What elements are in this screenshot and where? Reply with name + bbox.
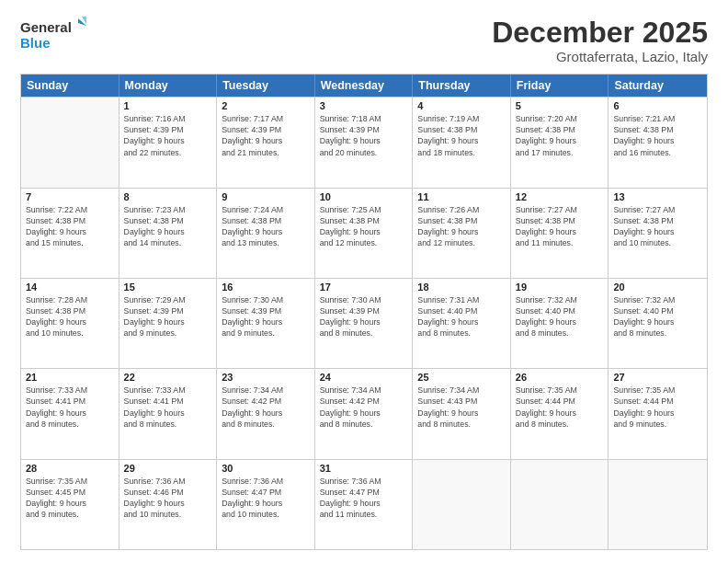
calendar-header-row: SundayMondayTuesdayWednesdayThursdayFrid… bbox=[21, 75, 707, 97]
calendar-week-5: 28Sunrise: 7:35 AMSunset: 4:45 PMDayligh… bbox=[21, 459, 707, 549]
day-number: 7 bbox=[26, 191, 114, 202]
day-info: Sunrise: 7:30 AMSunset: 4:39 PMDaylight:… bbox=[320, 294, 408, 339]
header-day-wednesday: Wednesday bbox=[315, 75, 414, 97]
day-6: 6Sunrise: 7:21 AMSunset: 4:38 PMDaylight… bbox=[609, 98, 707, 187]
day-info: Sunrise: 7:22 AMSunset: 4:38 PMDaylight:… bbox=[26, 204, 114, 249]
day-number: 6 bbox=[613, 100, 702, 111]
header: General Blue December 2025 Grottaferrata… bbox=[20, 17, 708, 64]
day-number: 10 bbox=[320, 191, 408, 202]
day-1: 1Sunrise: 7:16 AMSunset: 4:39 PMDaylight… bbox=[119, 98, 218, 187]
day-info: Sunrise: 7:33 AMSunset: 4:41 PMDaylight:… bbox=[26, 385, 114, 430]
day-13: 13Sunrise: 7:27 AMSunset: 4:38 PMDayligh… bbox=[609, 189, 707, 278]
day-info: Sunrise: 7:16 AMSunset: 4:39 PMDaylight:… bbox=[124, 113, 212, 158]
month-title: December 2025 bbox=[492, 17, 708, 49]
day-info: Sunrise: 7:35 AMSunset: 4:45 PMDaylight:… bbox=[26, 476, 114, 521]
day-number: 2 bbox=[222, 100, 310, 111]
day-11: 11Sunrise: 7:26 AMSunset: 4:38 PMDayligh… bbox=[413, 189, 511, 278]
day-info: Sunrise: 7:31 AMSunset: 4:40 PMDaylight:… bbox=[417, 294, 506, 339]
day-number: 14 bbox=[26, 282, 114, 293]
day-19: 19Sunrise: 7:32 AMSunset: 4:40 PMDayligh… bbox=[511, 279, 609, 368]
day-30: 30Sunrise: 7:36 AMSunset: 4:47 PMDayligh… bbox=[217, 460, 315, 549]
header-day-saturday: Saturday bbox=[609, 75, 707, 97]
day-10: 10Sunrise: 7:25 AMSunset: 4:38 PMDayligh… bbox=[315, 189, 414, 278]
day-25: 25Sunrise: 7:34 AMSunset: 4:43 PMDayligh… bbox=[413, 369, 511, 458]
day-4: 4Sunrise: 7:19 AMSunset: 4:38 PMDaylight… bbox=[413, 98, 511, 187]
header-day-sunday: Sunday bbox=[21, 75, 119, 97]
calendar-week-2: 7Sunrise: 7:22 AMSunset: 4:38 PMDaylight… bbox=[21, 188, 707, 278]
day-number: 11 bbox=[417, 191, 506, 202]
day-3: 3Sunrise: 7:18 AMSunset: 4:39 PMDaylight… bbox=[315, 98, 414, 187]
day-number: 24 bbox=[320, 372, 408, 383]
day-number: 12 bbox=[516, 191, 604, 202]
day-17: 17Sunrise: 7:30 AMSunset: 4:39 PMDayligh… bbox=[315, 279, 414, 368]
day-number: 21 bbox=[26, 372, 114, 383]
day-number: 23 bbox=[222, 372, 310, 383]
day-info: Sunrise: 7:17 AMSunset: 4:39 PMDaylight:… bbox=[222, 113, 310, 158]
day-2: 2Sunrise: 7:17 AMSunset: 4:39 PMDaylight… bbox=[217, 98, 315, 187]
day-16: 16Sunrise: 7:30 AMSunset: 4:39 PMDayligh… bbox=[217, 279, 315, 368]
day-23: 23Sunrise: 7:34 AMSunset: 4:42 PMDayligh… bbox=[217, 369, 315, 458]
day-number: 30 bbox=[222, 463, 310, 474]
day-info: Sunrise: 7:32 AMSunset: 4:40 PMDaylight:… bbox=[613, 294, 702, 339]
day-info: Sunrise: 7:27 AMSunset: 4:38 PMDaylight:… bbox=[516, 204, 604, 249]
day-29: 29Sunrise: 7:36 AMSunset: 4:46 PMDayligh… bbox=[119, 460, 218, 549]
day-number: 25 bbox=[417, 372, 506, 383]
day-number: 17 bbox=[320, 282, 408, 293]
day-info: Sunrise: 7:28 AMSunset: 4:38 PMDaylight:… bbox=[26, 294, 114, 339]
empty-cell-4-6 bbox=[609, 460, 707, 549]
day-info: Sunrise: 7:35 AMSunset: 4:44 PMDaylight:… bbox=[516, 385, 604, 430]
day-15: 15Sunrise: 7:29 AMSunset: 4:39 PMDayligh… bbox=[119, 279, 218, 368]
page: General Blue December 2025 Grottaferrata… bbox=[0, 0, 728, 563]
location: Grottaferrata, Lazio, Italy bbox=[492, 49, 708, 64]
title-block: December 2025 Grottaferrata, Lazio, Ital… bbox=[492, 17, 708, 64]
day-info: Sunrise: 7:34 AMSunset: 4:43 PMDaylight:… bbox=[417, 385, 506, 430]
day-21: 21Sunrise: 7:33 AMSunset: 4:41 PMDayligh… bbox=[21, 369, 119, 458]
day-info: Sunrise: 7:36 AMSunset: 4:46 PMDaylight:… bbox=[124, 476, 212, 521]
day-number: 1 bbox=[124, 100, 212, 111]
day-number: 3 bbox=[320, 100, 408, 111]
day-7: 7Sunrise: 7:22 AMSunset: 4:38 PMDaylight… bbox=[21, 189, 119, 278]
day-14: 14Sunrise: 7:28 AMSunset: 4:38 PMDayligh… bbox=[21, 279, 119, 368]
day-26: 26Sunrise: 7:35 AMSunset: 4:44 PMDayligh… bbox=[511, 369, 609, 458]
header-day-tuesday: Tuesday bbox=[217, 75, 315, 97]
day-number: 19 bbox=[516, 282, 604, 293]
day-number: 5 bbox=[516, 100, 604, 111]
day-number: 8 bbox=[124, 191, 212, 202]
day-info: Sunrise: 7:36 AMSunset: 4:47 PMDaylight:… bbox=[320, 476, 408, 521]
day-18: 18Sunrise: 7:31 AMSunset: 4:40 PMDayligh… bbox=[413, 279, 511, 368]
day-info: Sunrise: 7:23 AMSunset: 4:38 PMDaylight:… bbox=[124, 204, 212, 249]
day-info: Sunrise: 7:30 AMSunset: 4:39 PMDaylight:… bbox=[222, 294, 310, 339]
day-28: 28Sunrise: 7:35 AMSunset: 4:45 PMDayligh… bbox=[21, 460, 119, 549]
calendar-week-1: 1Sunrise: 7:16 AMSunset: 4:39 PMDaylight… bbox=[21, 97, 707, 187]
day-number: 29 bbox=[124, 463, 212, 474]
calendar: SundayMondayTuesdayWednesdayThursdayFrid… bbox=[20, 74, 708, 550]
logo-svg: General Blue bbox=[20, 17, 86, 55]
day-number: 26 bbox=[516, 372, 604, 383]
svg-text:General: General bbox=[20, 19, 72, 35]
day-number: 22 bbox=[124, 372, 212, 383]
day-27: 27Sunrise: 7:35 AMSunset: 4:44 PMDayligh… bbox=[609, 369, 707, 458]
day-info: Sunrise: 7:34 AMSunset: 4:42 PMDaylight:… bbox=[320, 385, 408, 430]
day-24: 24Sunrise: 7:34 AMSunset: 4:42 PMDayligh… bbox=[315, 369, 414, 458]
day-31: 31Sunrise: 7:36 AMSunset: 4:47 PMDayligh… bbox=[315, 460, 414, 549]
day-info: Sunrise: 7:20 AMSunset: 4:38 PMDaylight:… bbox=[516, 113, 604, 158]
day-8: 8Sunrise: 7:23 AMSunset: 4:38 PMDaylight… bbox=[119, 189, 218, 278]
day-number: 4 bbox=[417, 100, 506, 111]
header-day-monday: Monday bbox=[119, 75, 218, 97]
day-info: Sunrise: 7:33 AMSunset: 4:41 PMDaylight:… bbox=[124, 385, 212, 430]
day-number: 15 bbox=[124, 282, 212, 293]
day-22: 22Sunrise: 7:33 AMSunset: 4:41 PMDayligh… bbox=[119, 369, 218, 458]
day-info: Sunrise: 7:21 AMSunset: 4:38 PMDaylight:… bbox=[613, 113, 702, 158]
day-number: 31 bbox=[320, 463, 408, 474]
header-day-thursday: Thursday bbox=[413, 75, 511, 97]
day-info: Sunrise: 7:25 AMSunset: 4:38 PMDaylight:… bbox=[320, 204, 408, 249]
day-20: 20Sunrise: 7:32 AMSunset: 4:40 PMDayligh… bbox=[609, 279, 707, 368]
header-day-friday: Friday bbox=[511, 75, 609, 97]
empty-cell-0-0 bbox=[21, 98, 119, 187]
day-number: 28 bbox=[26, 463, 114, 474]
calendar-week-3: 14Sunrise: 7:28 AMSunset: 4:38 PMDayligh… bbox=[21, 278, 707, 368]
day-number: 16 bbox=[222, 282, 310, 293]
day-info: Sunrise: 7:36 AMSunset: 4:47 PMDaylight:… bbox=[222, 476, 310, 521]
day-number: 20 bbox=[613, 282, 702, 293]
day-number: 27 bbox=[613, 372, 702, 383]
